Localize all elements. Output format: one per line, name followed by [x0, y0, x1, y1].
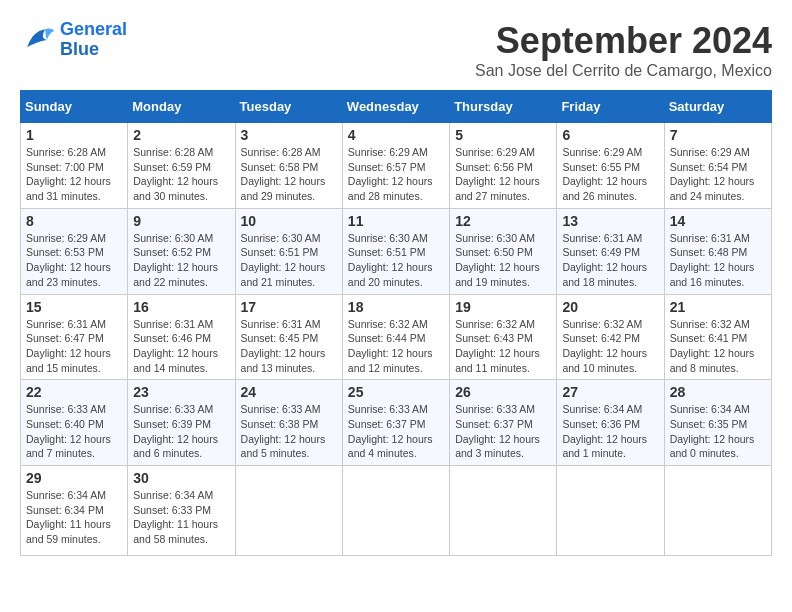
day-number: 25	[348, 384, 444, 400]
col-friday: Friday	[557, 91, 664, 123]
table-row: 7 Sunrise: 6:29 AM Sunset: 6:54 PM Dayli…	[664, 123, 771, 209]
table-row: 13 Sunrise: 6:31 AM Sunset: 6:49 PM Dayl…	[557, 208, 664, 294]
day-info: Sunrise: 6:31 AM Sunset: 6:49 PM Dayligh…	[562, 231, 658, 290]
day-info: Sunrise: 6:34 AM Sunset: 6:35 PM Dayligh…	[670, 402, 766, 461]
table-row: 25 Sunrise: 6:33 AM Sunset: 6:37 PM Dayl…	[342, 380, 449, 466]
month-title: September 2024	[475, 20, 772, 62]
day-info: Sunrise: 6:28 AM Sunset: 6:59 PM Dayligh…	[133, 145, 229, 204]
day-info: Sunrise: 6:29 AM Sunset: 6:53 PM Dayligh…	[26, 231, 122, 290]
day-number: 8	[26, 213, 122, 229]
day-number: 17	[241, 299, 337, 315]
table-row: 24 Sunrise: 6:33 AM Sunset: 6:38 PM Dayl…	[235, 380, 342, 466]
table-row: 27 Sunrise: 6:34 AM Sunset: 6:36 PM Dayl…	[557, 380, 664, 466]
day-info: Sunrise: 6:28 AM Sunset: 6:58 PM Dayligh…	[241, 145, 337, 204]
table-row: 6 Sunrise: 6:29 AM Sunset: 6:55 PM Dayli…	[557, 123, 664, 209]
table-row: 19 Sunrise: 6:32 AM Sunset: 6:43 PM Dayl…	[450, 294, 557, 380]
day-info: Sunrise: 6:31 AM Sunset: 6:45 PM Dayligh…	[241, 317, 337, 376]
page-header: General Blue September 2024 San Jose del…	[20, 20, 772, 80]
day-number: 12	[455, 213, 551, 229]
table-row: 11 Sunrise: 6:30 AM Sunset: 6:51 PM Dayl…	[342, 208, 449, 294]
day-info: Sunrise: 6:33 AM Sunset: 6:37 PM Dayligh…	[348, 402, 444, 461]
day-number: 23	[133, 384, 229, 400]
day-info: Sunrise: 6:29 AM Sunset: 6:55 PM Dayligh…	[562, 145, 658, 204]
table-row	[235, 466, 342, 556]
logo-text: General Blue	[60, 20, 127, 60]
table-row: 16 Sunrise: 6:31 AM Sunset: 6:46 PM Dayl…	[128, 294, 235, 380]
col-thursday: Thursday	[450, 91, 557, 123]
day-number: 10	[241, 213, 337, 229]
table-row	[342, 466, 449, 556]
table-row: 9 Sunrise: 6:30 AM Sunset: 6:52 PM Dayli…	[128, 208, 235, 294]
col-sunday: Sunday	[21, 91, 128, 123]
day-number: 27	[562, 384, 658, 400]
day-info: Sunrise: 6:30 AM Sunset: 6:52 PM Dayligh…	[133, 231, 229, 290]
day-info: Sunrise: 6:31 AM Sunset: 6:47 PM Dayligh…	[26, 317, 122, 376]
day-info: Sunrise: 6:29 AM Sunset: 6:54 PM Dayligh…	[670, 145, 766, 204]
day-info: Sunrise: 6:32 AM Sunset: 6:43 PM Dayligh…	[455, 317, 551, 376]
day-info: Sunrise: 6:31 AM Sunset: 6:46 PM Dayligh…	[133, 317, 229, 376]
table-row: 8 Sunrise: 6:29 AM Sunset: 6:53 PM Dayli…	[21, 208, 128, 294]
table-row: 23 Sunrise: 6:33 AM Sunset: 6:39 PM Dayl…	[128, 380, 235, 466]
day-info: Sunrise: 6:33 AM Sunset: 6:37 PM Dayligh…	[455, 402, 551, 461]
table-row: 2 Sunrise: 6:28 AM Sunset: 6:59 PM Dayli…	[128, 123, 235, 209]
day-info: Sunrise: 6:31 AM Sunset: 6:48 PM Dayligh…	[670, 231, 766, 290]
day-number: 2	[133, 127, 229, 143]
day-number: 15	[26, 299, 122, 315]
title-section: September 2024 San Jose del Cerrito de C…	[475, 20, 772, 80]
table-row: 28 Sunrise: 6:34 AM Sunset: 6:35 PM Dayl…	[664, 380, 771, 466]
day-number: 21	[670, 299, 766, 315]
day-info: Sunrise: 6:32 AM Sunset: 6:41 PM Dayligh…	[670, 317, 766, 376]
table-row: 12 Sunrise: 6:30 AM Sunset: 6:50 PM Dayl…	[450, 208, 557, 294]
day-info: Sunrise: 6:32 AM Sunset: 6:42 PM Dayligh…	[562, 317, 658, 376]
day-info: Sunrise: 6:30 AM Sunset: 6:50 PM Dayligh…	[455, 231, 551, 290]
day-number: 1	[26, 127, 122, 143]
table-row: 15 Sunrise: 6:31 AM Sunset: 6:47 PM Dayl…	[21, 294, 128, 380]
calendar-table: Sunday Monday Tuesday Wednesday Thursday…	[20, 90, 772, 556]
col-wednesday: Wednesday	[342, 91, 449, 123]
table-row: 18 Sunrise: 6:32 AM Sunset: 6:44 PM Dayl…	[342, 294, 449, 380]
day-number: 4	[348, 127, 444, 143]
table-row: 20 Sunrise: 6:32 AM Sunset: 6:42 PM Dayl…	[557, 294, 664, 380]
logo: General Blue	[20, 20, 127, 60]
day-info: Sunrise: 6:30 AM Sunset: 6:51 PM Dayligh…	[348, 231, 444, 290]
day-number: 19	[455, 299, 551, 315]
day-number: 20	[562, 299, 658, 315]
table-row: 5 Sunrise: 6:29 AM Sunset: 6:56 PM Dayli…	[450, 123, 557, 209]
table-row: 1 Sunrise: 6:28 AM Sunset: 7:00 PM Dayli…	[21, 123, 128, 209]
day-info: Sunrise: 6:30 AM Sunset: 6:51 PM Dayligh…	[241, 231, 337, 290]
day-info: Sunrise: 6:29 AM Sunset: 6:56 PM Dayligh…	[455, 145, 551, 204]
day-number: 16	[133, 299, 229, 315]
day-number: 13	[562, 213, 658, 229]
day-number: 24	[241, 384, 337, 400]
day-info: Sunrise: 6:33 AM Sunset: 6:40 PM Dayligh…	[26, 402, 122, 461]
day-number: 11	[348, 213, 444, 229]
day-number: 5	[455, 127, 551, 143]
table-row	[450, 466, 557, 556]
day-number: 14	[670, 213, 766, 229]
day-number: 18	[348, 299, 444, 315]
table-row: 14 Sunrise: 6:31 AM Sunset: 6:48 PM Dayl…	[664, 208, 771, 294]
day-number: 28	[670, 384, 766, 400]
day-info: Sunrise: 6:33 AM Sunset: 6:38 PM Dayligh…	[241, 402, 337, 461]
day-number: 9	[133, 213, 229, 229]
day-number: 26	[455, 384, 551, 400]
header-row: Sunday Monday Tuesday Wednesday Thursday…	[21, 91, 772, 123]
day-info: Sunrise: 6:34 AM Sunset: 6:33 PM Dayligh…	[133, 488, 229, 547]
table-row: 22 Sunrise: 6:33 AM Sunset: 6:40 PM Dayl…	[21, 380, 128, 466]
day-info: Sunrise: 6:28 AM Sunset: 7:00 PM Dayligh…	[26, 145, 122, 204]
day-info: Sunrise: 6:32 AM Sunset: 6:44 PM Dayligh…	[348, 317, 444, 376]
col-tuesday: Tuesday	[235, 91, 342, 123]
logo-icon	[20, 22, 56, 58]
day-info: Sunrise: 6:34 AM Sunset: 6:36 PM Dayligh…	[562, 402, 658, 461]
day-info: Sunrise: 6:29 AM Sunset: 6:57 PM Dayligh…	[348, 145, 444, 204]
table-row	[557, 466, 664, 556]
table-row: 21 Sunrise: 6:32 AM Sunset: 6:41 PM Dayl…	[664, 294, 771, 380]
location-title: San Jose del Cerrito de Camargo, Mexico	[475, 62, 772, 80]
table-row: 17 Sunrise: 6:31 AM Sunset: 6:45 PM Dayl…	[235, 294, 342, 380]
table-row: 30 Sunrise: 6:34 AM Sunset: 6:33 PM Dayl…	[128, 466, 235, 556]
day-info: Sunrise: 6:33 AM Sunset: 6:39 PM Dayligh…	[133, 402, 229, 461]
table-row: 26 Sunrise: 6:33 AM Sunset: 6:37 PM Dayl…	[450, 380, 557, 466]
day-info: Sunrise: 6:34 AM Sunset: 6:34 PM Dayligh…	[26, 488, 122, 547]
day-number: 30	[133, 470, 229, 486]
day-number: 3	[241, 127, 337, 143]
